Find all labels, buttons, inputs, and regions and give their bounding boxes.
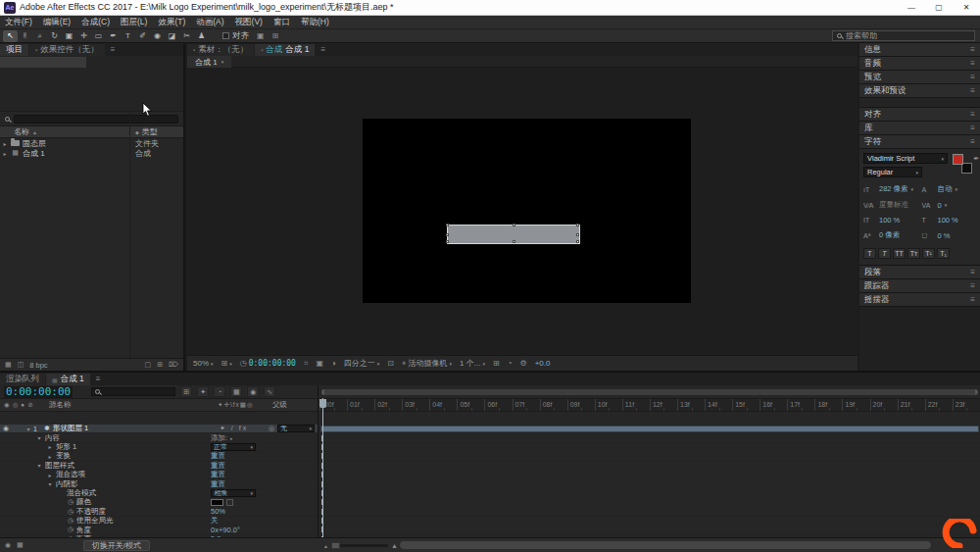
twirl-icon[interactable]: ▸ (45, 443, 55, 450)
viewer-tab-comp1[interactable]: 合成 1 ▾ (187, 56, 231, 68)
panel-menu-icon[interactable]: ≡ (970, 124, 975, 132)
graph-editor-icon[interactable]: ∿ (264, 386, 275, 397)
selection-handle[interactable] (576, 224, 579, 226)
selection-handle[interactable] (446, 240, 449, 243)
selection-handle[interactable] (513, 224, 515, 226)
panel-menu-icon[interactable]: ≡ (970, 110, 975, 119)
panel-menu-icon[interactable]: ≡ (970, 295, 975, 304)
new-folder-icon[interactable]: ▢ (145, 361, 152, 369)
region-of-interest-icon[interactable]: ⊡ (387, 359, 394, 368)
project-column-headers[interactable]: 名称 ▲ ◆ 类型 (0, 125, 183, 138)
tracking-control[interactable]: VA 0 ▾ (922, 200, 977, 210)
puppet-pin-tool[interactable]: ♟ (194, 30, 209, 42)
value-text[interactable]: 关 (211, 516, 219, 526)
fast-previews-icon[interactable]: ⚙ (519, 359, 526, 368)
navigator-track[interactable] (321, 389, 978, 395)
caret-right-icon[interactable]: ▸ (230, 435, 233, 441)
panel-header[interactable]: 信息≡ (859, 43, 980, 56)
expand-layers-icon[interactable]: ◉ (5, 541, 11, 549)
rectangle-shape[interactable] (447, 225, 580, 244)
panel-header-character[interactable]: 字符 ≡ (859, 135, 980, 148)
menu-item[interactable]: 效果(T) (158, 17, 185, 28)
minimize-button[interactable]: — (898, 0, 925, 15)
property-row[interactable]: ◷颜色 (0, 498, 318, 507)
tab-project[interactable]: 项目 (0, 44, 28, 56)
property-row[interactable]: ▾内阴影重置 (0, 479, 318, 488)
baseline-shift-control[interactable]: Aª 0 像素 (863, 230, 918, 240)
time-ruler[interactable]: :00f01f02f03f04f05f06f07f08f09f10f11f12f… (319, 398, 980, 412)
playhead-handle[interactable] (319, 399, 326, 408)
twirl-icon[interactable]: ▾ (45, 480, 55, 487)
panel-header[interactable]: 摇摆器≡ (859, 293, 980, 306)
navigator-thumb[interactable] (321, 389, 978, 395)
type-style-button[interactable]: T (863, 248, 876, 259)
expand-icon[interactable]: ⊞ (272, 31, 279, 40)
selection-handle[interactable] (576, 233, 579, 236)
source-name-header[interactable]: 源名称 (49, 400, 72, 410)
switches-header[interactable]: ✦✛\fx▦◎ (218, 401, 254, 409)
clone-stamp-tool[interactable]: ◉ (150, 30, 165, 42)
hide-shy-layers-icon[interactable]: ◔ (214, 386, 225, 397)
panel-menu-icon[interactable]: ≡ (970, 86, 975, 95)
current-time-display[interactable]: 0:00:00:00 (4, 386, 73, 398)
panel-menu-icon[interactable]: ≡ (91, 375, 106, 383)
close-button[interactable]: ✕ (953, 0, 980, 15)
property-row[interactable]: ◷不透明度50% (0, 508, 318, 517)
horizontal-scale-control[interactable]: T 100 % (922, 216, 977, 225)
property-row[interactable]: 混合模式相乘▾ (0, 489, 318, 498)
frame-blending-icon[interactable]: ▦ (230, 386, 242, 397)
audio-icon[interactable]: ◎ (13, 401, 19, 409)
selection-handle[interactable] (446, 224, 449, 226)
draft-3d-icon[interactable]: ✦ (197, 386, 209, 397)
font-family-dropdown[interactable]: Vladimir Script ▾ (863, 153, 948, 164)
selection-tool[interactable]: ↖ (3, 30, 18, 42)
value-dropdown[interactable]: 正常▾ (211, 443, 256, 451)
selection-handle[interactable] (446, 233, 449, 236)
help-search-box[interactable]: 搜索帮助 (832, 30, 975, 41)
rotation-tool[interactable]: ↻ (47, 30, 62, 42)
roto-brush-tool[interactable]: ✂ (179, 30, 194, 42)
zoom-out-icon[interactable]: ▲ (323, 543, 328, 549)
grid-guides-dropdown[interactable]: ⊞ ▾ (221, 359, 232, 368)
tab-timeline-comp1[interactable]: ▦ 合成 1 (46, 374, 90, 385)
proxy-icon[interactable]: ◫ (18, 361, 24, 369)
menu-item[interactable]: 编辑(E) (43, 17, 71, 28)
maximize-button[interactable]: ▢ (925, 0, 953, 15)
eye-icon[interactable]: ◉ (4, 401, 10, 409)
toggle-switches-modes-button[interactable]: 切换开关/模式 (83, 540, 150, 551)
hand-tool[interactable]: ✌ (18, 30, 32, 42)
type-tool[interactable]: T (121, 30, 135, 42)
panel-menu-icon[interactable]: ≡ (316, 45, 330, 54)
color-swatch[interactable] (211, 499, 223, 506)
tsume-control[interactable]: ◻ 0 % (922, 230, 977, 240)
motion-blur-icon[interactable]: ◉ (247, 386, 259, 397)
parent-pickwhip-icon[interactable]: ◎ (269, 425, 274, 432)
timeline-horizontal-scrollbar[interactable] (400, 541, 931, 549)
stopwatch-icon[interactable]: ◷ (66, 508, 75, 516)
parent-header[interactable]: 父级 (272, 400, 287, 410)
twirl-icon[interactable]: ▾ (34, 434, 44, 441)
menu-item[interactable]: 动画(A) (196, 17, 223, 28)
shape-tool[interactable]: ▭ (91, 30, 106, 42)
type-style-button[interactable]: T (878, 248, 891, 259)
menu-item[interactable]: 窗口 (273, 17, 290, 28)
menu-item[interactable]: 文件(F) (5, 17, 32, 28)
property-row[interactable]: ▸混合选项重置 (0, 471, 318, 479)
leading-control[interactable]: A 自动 ▾ (922, 184, 977, 194)
project-search-input[interactable] (14, 115, 178, 124)
panel-header[interactable]: 段落≡ (859, 266, 980, 278)
exposure-value[interactable]: +0.0 (535, 359, 551, 368)
twirl-icon[interactable]: ▸ (0, 150, 10, 157)
tab-render-queue[interactable]: 渲染队列 (0, 374, 45, 385)
kerning-control[interactable]: V∕A 度量标准 (863, 200, 918, 210)
swatch-extra[interactable] (226, 499, 233, 506)
twirl-icon[interactable]: ▸ (0, 140, 10, 147)
type-style-button[interactable]: T₁ (937, 248, 950, 259)
show-snapshot-icon[interactable]: ▣ (316, 359, 323, 368)
font-style-dropdown[interactable]: Regular ▾ (863, 167, 922, 177)
column-name[interactable]: 名称 ▲ (0, 126, 37, 137)
property-row[interactable]: ▸矩形 1正常▾ (0, 443, 318, 452)
panel-header[interactable]: 库≡ (859, 122, 980, 134)
font-size-control[interactable]: ıT 282 像素 ▾ (863, 184, 918, 194)
bit-depth[interactable]: 8 bpc (29, 361, 47, 370)
